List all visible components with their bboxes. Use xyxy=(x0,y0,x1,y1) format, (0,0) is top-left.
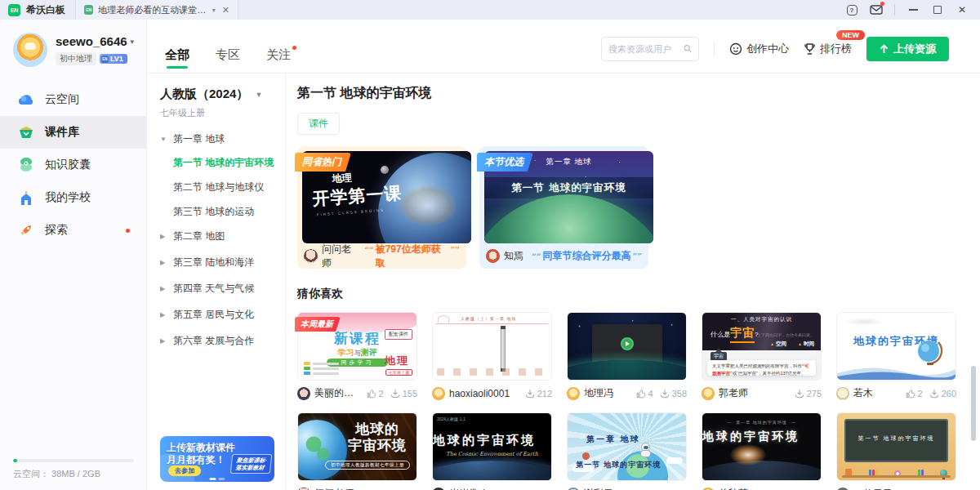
resource-card[interactable]: 第一章 地球 第一节 地球的宇宙环境 谢彩云 5 921 xyxy=(567,412,687,490)
close-icon[interactable]: ✕ xyxy=(956,3,969,16)
author-name[interactable]: 若木 xyxy=(853,386,873,400)
author-name[interactable]: 郭老师 xyxy=(719,386,748,400)
help-icon[interactable]: ? xyxy=(845,3,858,16)
author-name[interactable]: 问问老师 xyxy=(322,243,360,270)
sidebar-item-my-school[interactable]: 我的学校 xyxy=(0,181,146,214)
download-icon xyxy=(660,389,670,399)
chapter-6[interactable]: ▶ 第六章 发展与合作 xyxy=(160,334,285,348)
author-name[interactable]: 曾秋萍 xyxy=(719,487,748,490)
author-avatar[interactable] xyxy=(304,249,318,263)
username: seewo_6646 xyxy=(56,34,127,48)
search-box[interactable] xyxy=(601,37,699,61)
author-avatar[interactable] xyxy=(297,387,310,400)
section-1-1[interactable]: 第一节 地球的宇宙环境 xyxy=(173,156,285,170)
minimize-icon[interactable] xyxy=(906,3,920,16)
creation-center-button[interactable]: 创作中心 xyxy=(729,42,789,56)
search-icon[interactable] xyxy=(684,43,692,54)
tab-following[interactable]: 关注 xyxy=(266,47,291,73)
like-stat: 4 xyxy=(636,389,653,399)
video-player-illustration xyxy=(592,324,662,363)
tab-close-icon[interactable]: ✕ xyxy=(222,5,229,16)
author-name[interactable]: 一枚云子 xyxy=(853,487,893,490)
card-thumbnail[interactable]: —· 第一章 地球的宇宙环境 ·— 地球的宇宙环境 xyxy=(702,412,822,481)
featured-card-best[interactable]: 本节优选 第一章 地球 第一节 地球的宇宙环境 知焉 ““同章节综合评分最高”” xyxy=(479,146,648,269)
carousel-dots[interactable] xyxy=(210,478,225,480)
resource-card[interactable]: 第一节 地球的宇宙环境 xyxy=(836,412,956,490)
chapter-2[interactable]: ▶ 第二章 地图 xyxy=(160,229,285,243)
chapter-1[interactable]: ▼ 第一章 地球 xyxy=(160,132,285,146)
storage-progress-bar xyxy=(13,459,134,462)
author-avatar[interactable] xyxy=(486,249,500,263)
username-caret-icon[interactable]: ▾ xyxy=(131,38,135,46)
document-tab[interactable]: EN 地理老师必看的互动课堂小... ▾ ✕ xyxy=(75,0,238,20)
download-icon xyxy=(525,389,535,399)
chapter-4[interactable]: ▶ 第四章 天气与气候 xyxy=(160,282,285,296)
explore-notification-dot xyxy=(126,229,130,233)
tab-all[interactable]: 全部 xyxy=(165,47,189,73)
sidebar-item-cloud-space[interactable]: 云空间 xyxy=(0,83,146,116)
card-thumbnail[interactable] xyxy=(567,312,687,381)
tab-zone[interactable]: 专区 xyxy=(216,47,240,73)
card-thumbnail[interactable]: 一、人类对宇宙的认识 什么是宇宙? 上下四方曰宇，古往今来曰宙。 空间时间 宇宙… xyxy=(702,312,822,381)
chevron-right-icon[interactable]: ▶ xyxy=(160,259,167,266)
sidebar-item-courseware-library[interactable]: 课件库 xyxy=(0,116,146,149)
card-thumbnail[interactable]: 2024人教版·1.1 地球的宇宙环境 The Cosmic Environme… xyxy=(432,412,552,481)
author-name[interactable]: haoxiaoli0001 xyxy=(449,388,510,399)
chevron-down-icon[interactable]: ▼ xyxy=(160,136,167,143)
resource-card[interactable]: 地球的宇宙环境 若木 xyxy=(836,312,956,402)
author-avatar[interactable] xyxy=(702,488,715,490)
author-avatar[interactable] xyxy=(567,387,580,400)
resource-card[interactable]: —· 第一章 地球的宇宙环境 ·— 地球的宇宙环境 曾秋萍 4 98 xyxy=(702,412,822,490)
author-name[interactable]: 问问老师 xyxy=(314,487,354,490)
section-1-3[interactable]: 第三节 地球的运动 xyxy=(173,205,285,219)
featured-card-hot[interactable]: 同省热门 地理 开学第一课 FIRST CLASS BEGINS xyxy=(297,146,466,269)
author-name[interactable]: 谢彩云 xyxy=(584,487,613,490)
sidebar-item-knowledge-capsule[interactable]: 知识胶囊 xyxy=(0,149,146,181)
card-thumbnail[interactable]: 第一章 地球 第一节 地球的宇宙环境 xyxy=(567,412,687,481)
upload-resource-button[interactable]: 上传资源 xyxy=(866,37,949,61)
promo-join-button[interactable]: 去参加 xyxy=(168,466,201,476)
chapter-3[interactable]: ▶ 第三章 陆地和海洋 xyxy=(160,256,285,270)
user-profile[interactable]: seewo_6646 ▾ 初中地理 EN LV1 xyxy=(0,20,146,75)
resource-card[interactable]: 2024人教版·1.1 地球的宇宙环境 The Cosmic Environme… xyxy=(432,412,552,490)
author-avatar[interactable] xyxy=(836,387,849,400)
promo-banner[interactable]: 上传新教材课件 月月都有奖！ 去参加 聚焦新课标· 落实新教材 xyxy=(160,436,274,482)
resource-card[interactable]: 本周最新 配套课件 新课程 学习与测评 同步学习 地理 七年级上册 xyxy=(297,312,417,402)
resource-card[interactable]: 地球的宇宙环境 初中地理人教版新教材七年级上册 问问老师 231 xyxy=(297,412,417,490)
mail-icon[interactable] xyxy=(870,3,883,16)
author-avatar[interactable] xyxy=(297,488,310,490)
ranking-button[interactable]: 排行榜 NEW xyxy=(804,42,852,56)
scrollbar[interactable] xyxy=(971,366,976,441)
author-avatar[interactable] xyxy=(567,488,580,490)
avatar[interactable] xyxy=(13,33,47,67)
author-name[interactable]: 岁岁常欢 xyxy=(449,487,488,490)
card-thumbnail[interactable]: 第一节 地球的宇宙环境 xyxy=(836,412,956,481)
search-input[interactable] xyxy=(608,44,679,54)
storage-usage: 云空间： 38MB / 2GB xyxy=(0,459,146,490)
tab-caret-icon[interactable]: ▾ xyxy=(212,7,216,14)
author-avatar[interactable] xyxy=(432,387,445,400)
resource-card[interactable]: 地理冯 4 358 xyxy=(567,312,687,402)
upload-arrow-icon xyxy=(880,44,889,54)
card-thumbnail[interactable]: 人教版（上）第一章 地球 xyxy=(432,312,552,381)
resource-card[interactable]: 人教版（上）第一章 地球 haoxiaoli0001 212 xyxy=(432,312,552,402)
maximize-icon[interactable] xyxy=(931,3,944,16)
author-name[interactable]: 美丽的荣望 xyxy=(314,386,363,400)
chapter-5[interactable]: ▶ 第五章 居民与文化 xyxy=(160,308,285,322)
author-name[interactable]: 地理冯 xyxy=(584,386,613,400)
chevron-right-icon[interactable]: ▶ xyxy=(160,233,167,240)
chevron-right-icon[interactable]: ▶ xyxy=(160,337,167,345)
section-1-2[interactable]: 第二节 地球与地球仪 xyxy=(173,180,285,194)
author-avatar[interactable] xyxy=(702,387,715,400)
author-avatar[interactable] xyxy=(432,488,445,490)
chevron-right-icon[interactable]: ▶ xyxy=(160,311,167,318)
chevron-right-icon[interactable]: ▶ xyxy=(160,285,167,292)
resource-card[interactable]: 一、人类对宇宙的认识 什么是宇宙? 上下四方曰宇，古往今来曰宙。 空间时间 宇宙… xyxy=(702,312,822,402)
sidebar-item-explore[interactable]: 探索 xyxy=(0,214,146,247)
card-thumbnail[interactable]: 地球的宇宙环境 xyxy=(836,312,956,381)
card-thumbnail[interactable]: 地球的宇宙环境 初中地理人教版新教材七年级上册 xyxy=(297,412,417,481)
filter-tag-courseware[interactable]: 课件 xyxy=(297,113,340,135)
author-avatar[interactable] xyxy=(836,488,849,490)
edition-selector[interactable]: 人教版（2024） ▼ xyxy=(160,87,285,102)
author-name[interactable]: 知焉 xyxy=(504,249,523,263)
